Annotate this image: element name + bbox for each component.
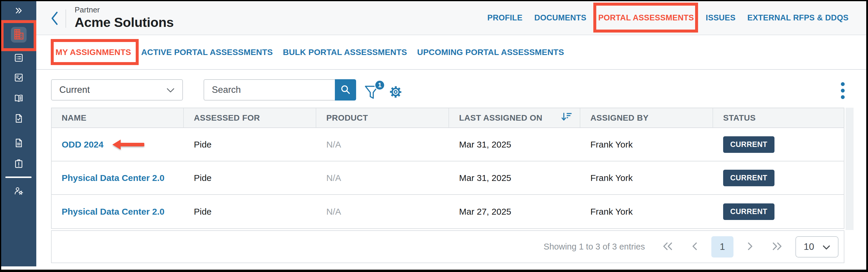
annotation-box-sidebar-partners bbox=[1, 20, 37, 51]
expand-sidebar-button[interactable] bbox=[1, 4, 36, 18]
tabs-bar: MY ASSIGNMENTS ACTIVE PORTAL ASSESSMENTS… bbox=[36, 35, 866, 70]
cell-assessed-for: Pide bbox=[184, 128, 316, 161]
chevron-down-icon bbox=[823, 241, 830, 252]
nav-external-rfps-ddqs[interactable]: EXTERNAL RFPS & DDQS bbox=[747, 13, 848, 23]
sidebar-item-assignments[interactable] bbox=[1, 51, 36, 65]
next-page-icon bbox=[747, 242, 753, 252]
cell-assessed-for: Pide bbox=[184, 195, 316, 228]
entity-type-label: Partner bbox=[75, 5, 174, 14]
clipboard-alert-icon bbox=[14, 159, 23, 168]
more-actions-button[interactable] bbox=[840, 81, 845, 100]
tab-my-assignments-label: MY ASSIGNMENTS bbox=[56, 48, 131, 57]
main-area: Partner Acme Solutions PROFILE DOCUMENTS… bbox=[36, 1, 866, 270]
table-settings-button[interactable] bbox=[388, 85, 403, 99]
status-badge: CURRENT bbox=[723, 170, 774, 186]
previous-page-icon bbox=[691, 242, 698, 252]
top-nav: PROFILE DOCUMENTS PORTAL ASSESSMENTS ISS… bbox=[487, 1, 848, 35]
assessment-link-physical-data-center[interactable]: Physical Data Center 2.0 bbox=[62, 173, 165, 183]
status-badge: CURRENT bbox=[723, 203, 774, 220]
sidebar-item-issues[interactable] bbox=[1, 156, 36, 171]
search-input[interactable] bbox=[204, 79, 335, 101]
table-header-row: NAME ASSESSED FOR PRODUCT LAST ASSIGNED … bbox=[52, 108, 844, 128]
library-book-icon bbox=[14, 94, 24, 103]
nav-portal-assessments[interactable]: PORTAL ASSESSMENTS bbox=[598, 13, 694, 23]
cell-last-assigned-on: Mar 31, 2025 bbox=[449, 161, 580, 194]
column-header-assessed-for[interactable]: ASSESSED FOR bbox=[184, 108, 316, 128]
app-window: Partner Acme Solutions PROFILE DOCUMENTS… bbox=[1, 1, 866, 270]
cell-status: CURRENT bbox=[713, 128, 844, 161]
tab-my-assignments[interactable]: MY ASSIGNMENTS bbox=[56, 48, 131, 57]
assessment-link-physical-data-center[interactable]: Physical Data Center 2.0 bbox=[62, 207, 165, 217]
sidebar-item-user-management[interactable] bbox=[1, 184, 36, 198]
column-header-product[interactable]: PRODUCT bbox=[316, 108, 449, 128]
column-header-assigned-by[interactable]: ASSIGNED BY bbox=[580, 108, 713, 128]
column-header-last-assigned-on[interactable]: LAST ASSIGNED ON bbox=[449, 108, 580, 128]
header-divider bbox=[65, 9, 66, 28]
column-header-name[interactable]: NAME bbox=[52, 108, 184, 128]
table-row: ODD 2024 Pide N/A Mar 31, 2025 Frank Yor… bbox=[52, 128, 844, 161]
tab-active-portal-assessments[interactable]: ACTIVE PORTAL ASSESSMENTS bbox=[141, 48, 273, 57]
entries-summary: Showing 1 to 3 of 3 entries bbox=[544, 242, 645, 252]
cell-assigned-by: Frank York bbox=[580, 195, 713, 228]
first-page-icon bbox=[662, 242, 673, 252]
kebab-menu-icon bbox=[841, 82, 845, 99]
tab-upcoming-portal-assessments[interactable]: UPCOMING PORTAL ASSESSMENTS bbox=[417, 48, 564, 57]
back-button[interactable] bbox=[51, 11, 59, 25]
first-page-button[interactable] bbox=[661, 238, 674, 256]
cell-assigned-by: Frank York bbox=[580, 128, 713, 161]
gear-icon bbox=[388, 95, 403, 100]
table-row: Physical Data Center 2.0 Pide N/A Mar 31… bbox=[52, 161, 844, 195]
cell-product: N/A bbox=[316, 195, 449, 228]
screenshot-frame: Partner Acme Solutions PROFILE DOCUMENTS… bbox=[0, 0, 868, 272]
sort-descending-icon[interactable] bbox=[561, 112, 572, 124]
nav-issues[interactable]: ISSUES bbox=[706, 13, 736, 23]
assignments-table: NAME ASSESSED FOR PRODUCT LAST ASSIGNED … bbox=[51, 108, 844, 229]
status-badge: CURRENT bbox=[723, 136, 774, 153]
previous-page-button[interactable] bbox=[688, 238, 701, 256]
cell-name: ODD 2024 bbox=[52, 128, 184, 161]
nav-documents[interactable]: DOCUMENTS bbox=[534, 13, 587, 23]
cell-assigned-by: Frank York bbox=[580, 161, 713, 194]
user-settings-icon bbox=[14, 186, 24, 195]
expand-sidebar-icon bbox=[14, 6, 24, 16]
page-size-value: 10 bbox=[804, 241, 814, 252]
chevron-left-icon bbox=[51, 21, 59, 26]
entity-heading: Partner Acme Solutions bbox=[75, 5, 174, 31]
funnel-icon bbox=[364, 97, 380, 101]
last-page-icon bbox=[772, 242, 783, 252]
column-header-status[interactable]: STATUS bbox=[713, 108, 844, 128]
tab-bulk-portal-assessments[interactable]: BULK PORTAL ASSESSMENTS bbox=[283, 48, 407, 57]
table-row: Physical Data Center 2.0 Pide N/A Mar 27… bbox=[52, 195, 844, 228]
search-button[interactable] bbox=[335, 79, 356, 101]
column-header-last-assigned-on-label: LAST ASSIGNED ON bbox=[459, 113, 542, 123]
sidebar-item-assessments[interactable] bbox=[1, 71, 36, 85]
table-footer: Showing 1 to 3 of 3 entries 1 bbox=[51, 230, 844, 263]
assignments-list-icon bbox=[14, 53, 23, 62]
assessment-checklist-icon bbox=[14, 73, 23, 82]
cell-status: CURRENT bbox=[713, 195, 844, 228]
search-icon bbox=[340, 84, 351, 96]
next-page-button[interactable] bbox=[743, 238, 756, 256]
status-filter-value: Current bbox=[59, 85, 90, 95]
search-group bbox=[204, 79, 356, 101]
filter-funnel-button[interactable]: 1 bbox=[364, 84, 380, 101]
sidebar bbox=[1, 1, 36, 266]
nav-profile[interactable]: PROFILE bbox=[487, 13, 523, 23]
document-check-icon bbox=[14, 114, 23, 123]
filter-count-badge: 1 bbox=[374, 80, 385, 90]
document-icon bbox=[14, 138, 23, 147]
last-page-button[interactable] bbox=[771, 238, 784, 256]
page-title: Acme Solutions bbox=[75, 14, 174, 31]
assessment-link-odd-2024[interactable]: ODD 2024 bbox=[62, 140, 103, 149]
nav-portal-assessments-label: PORTAL ASSESSMENTS bbox=[598, 13, 694, 22]
cell-product: N/A bbox=[316, 128, 449, 161]
current-page-button[interactable]: 1 bbox=[711, 236, 734, 257]
page-size-select[interactable]: 10 bbox=[796, 236, 838, 257]
sidebar-item-library[interactable] bbox=[1, 91, 36, 105]
cell-status: CURRENT bbox=[713, 161, 844, 194]
status-filter-select[interactable]: Current bbox=[51, 79, 183, 101]
vertical-scrollbar[interactable] bbox=[845, 108, 854, 230]
sidebar-item-documents[interactable] bbox=[1, 136, 36, 150]
sidebar-item-document-approval[interactable] bbox=[1, 111, 36, 125]
cell-last-assigned-on: Mar 27, 2025 bbox=[449, 195, 580, 228]
